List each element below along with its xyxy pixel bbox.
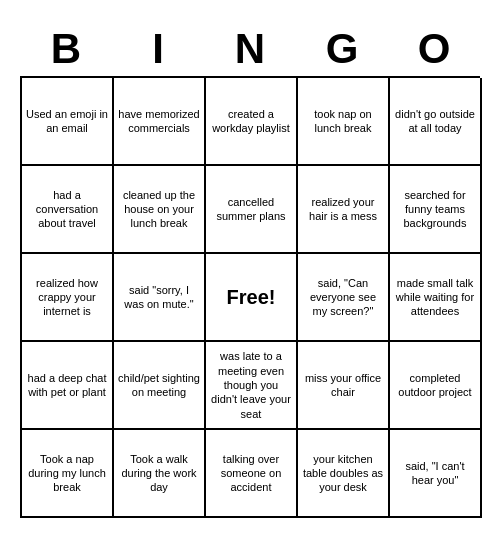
bingo-cell[interactable]: talking over someone on accident (206, 430, 298, 518)
bingo-cell[interactable]: said "sorry, I was on mute." (114, 254, 206, 342)
bingo-cell[interactable]: have memorized commercials (114, 78, 206, 166)
bingo-cell[interactable]: had a conversation about travel (22, 166, 114, 254)
bingo-header: BINGO (20, 26, 480, 72)
bingo-letter: O (390, 26, 478, 72)
bingo-cell[interactable]: Took a walk during the work day (114, 430, 206, 518)
bingo-cell[interactable]: completed outdoor project (390, 342, 482, 430)
bingo-cell[interactable]: created a workday playlist (206, 78, 298, 166)
bingo-cell[interactable]: searched for funny teams backgrounds (390, 166, 482, 254)
bingo-cell[interactable]: made small talk while waiting for attend… (390, 254, 482, 342)
bingo-letter: I (114, 26, 202, 72)
bingo-letter: G (298, 26, 386, 72)
bingo-cell[interactable]: didn't go outside at all today (390, 78, 482, 166)
bingo-cell[interactable]: Used an emoji in an email (22, 78, 114, 166)
bingo-grid: Used an emoji in an emailhave memorized … (20, 76, 480, 518)
bingo-cell[interactable]: your kitchen table doubles as your desk (298, 430, 390, 518)
bingo-cell[interactable]: realized your hair is a mess (298, 166, 390, 254)
bingo-cell[interactable]: Took a nap during my lunch break (22, 430, 114, 518)
bingo-cell[interactable]: cancelled summer plans (206, 166, 298, 254)
bingo-letter: N (206, 26, 294, 72)
bingo-cell[interactable]: had a deep chat with pet or plant (22, 342, 114, 430)
bingo-cell[interactable]: child/pet sighting on meeting (114, 342, 206, 430)
bingo-cell[interactable]: cleaned up the house on your lunch break (114, 166, 206, 254)
free-cell[interactable]: Free! (206, 254, 298, 342)
bingo-card: BINGO Used an emoji in an emailhave memo… (10, 16, 490, 528)
bingo-cell[interactable]: said, "I can't hear you" (390, 430, 482, 518)
bingo-cell[interactable]: took nap on lunch break (298, 78, 390, 166)
bingo-letter: B (22, 26, 110, 72)
bingo-cell[interactable]: was late to a meeting even though you di… (206, 342, 298, 430)
bingo-cell[interactable]: miss your office chair (298, 342, 390, 430)
bingo-cell[interactable]: said, "Can everyone see my screen?" (298, 254, 390, 342)
bingo-cell[interactable]: realized how crappy your internet is (22, 254, 114, 342)
